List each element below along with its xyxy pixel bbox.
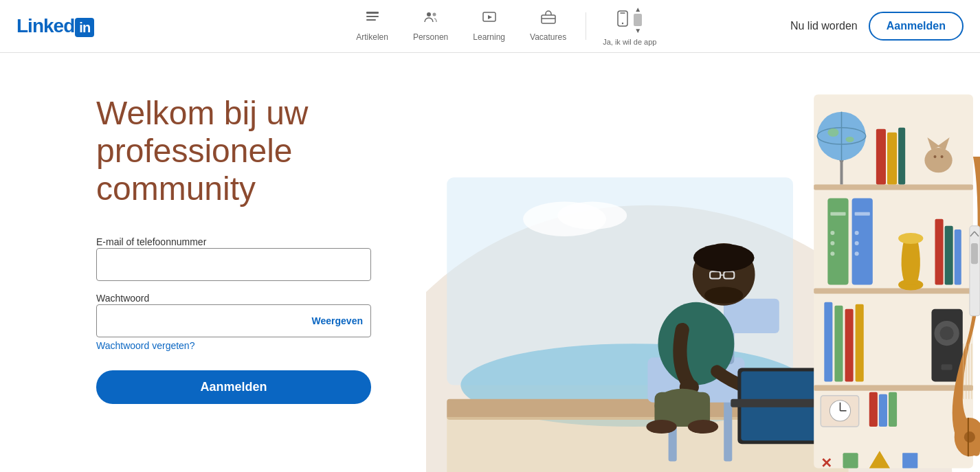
personen-icon <box>423 9 439 30</box>
header-signin-button[interactable]: Aanmelden <box>869 12 964 41</box>
svg-point-49 <box>827 128 838 137</box>
svg-rect-73 <box>955 229 961 285</box>
svg-rect-20 <box>724 399 732 462</box>
svg-rect-59 <box>827 199 848 285</box>
svg-rect-65 <box>855 212 870 216</box>
logo-text: Linkedin <box>16 15 94 38</box>
main-nav: Artikelen Personen Learning Vacatures <box>345 0 665 53</box>
svg-text:✕: ✕ <box>821 456 832 471</box>
app-promo[interactable]: ▲ ▼ Ja, ik wil de app <box>594 0 665 53</box>
svg-point-61 <box>830 231 834 235</box>
svg-point-54 <box>924 148 952 172</box>
logo[interactable]: Linkedin <box>16 15 94 38</box>
main-content: Welkom bij uw professionele community E-… <box>0 53 980 472</box>
header-right: Nu lid worden Aanmelden <box>790 12 964 41</box>
svg-rect-2 <box>366 19 376 21</box>
email-field-group: E-mail of telefoonnummer <box>96 236 371 292</box>
svg-point-67 <box>855 241 859 245</box>
scroll-down-arrow[interactable]: ▼ <box>634 27 641 34</box>
join-link[interactable]: Nu lid worden <box>790 20 858 32</box>
svg-rect-81 <box>942 364 953 370</box>
svg-rect-44 <box>840 160 843 184</box>
nav-item-personen[interactable]: Personen <box>402 0 459 53</box>
svg-point-4 <box>432 12 436 16</box>
header: Linkedin Artikelen Personen Learning <box>0 0 980 53</box>
svg-marker-6 <box>488 15 492 19</box>
learning-icon <box>481 9 498 30</box>
artikelen-icon <box>364 9 381 30</box>
svg-rect-90 <box>843 453 858 468</box>
nav-label-personen: Personen <box>413 32 448 42</box>
nav-label-vacatures: Vacatures <box>530 32 566 42</box>
svg-rect-52 <box>887 133 897 185</box>
svg-point-58 <box>941 155 944 158</box>
nav-divider <box>586 12 586 40</box>
svg-point-38 <box>646 420 676 434</box>
email-input-wrapper <box>96 248 371 281</box>
email-label: E-mail of telefoonnummer <box>96 236 206 247</box>
password-field-group: Wachtwoord Weergeven <box>96 292 371 337</box>
svg-point-50 <box>846 137 854 142</box>
svg-rect-7 <box>542 15 555 23</box>
svg-point-57 <box>933 155 936 158</box>
svg-point-66 <box>855 231 859 235</box>
svg-point-30 <box>693 244 755 271</box>
illustration-svg: ✕ <box>426 53 980 472</box>
page-headline: Welkom bij uw professionele community <box>96 94 371 208</box>
svg-rect-71 <box>935 219 944 285</box>
svg-rect-1 <box>366 16 379 17</box>
svg-rect-88 <box>889 392 897 427</box>
svg-point-29 <box>704 287 743 304</box>
svg-rect-74 <box>824 302 832 382</box>
svg-point-62 <box>830 241 834 245</box>
illustration-section: ✕ <box>426 53 980 472</box>
logo-in-box: in <box>75 18 94 37</box>
svg-rect-0 <box>366 12 379 14</box>
forgot-password-link[interactable]: Wachtwoord vergeten? <box>96 340 371 351</box>
svg-point-70 <box>898 233 923 244</box>
svg-rect-100 <box>970 226 980 316</box>
app-promo-label: Ja, ik wil de app <box>603 37 656 47</box>
svg-rect-87 <box>879 394 887 427</box>
signin-submit-button[interactable]: Aanmelden <box>96 370 371 404</box>
svg-rect-76 <box>845 309 854 382</box>
svg-rect-72 <box>945 226 953 285</box>
password-label: Wachtwoord <box>96 293 149 304</box>
svg-rect-51 <box>876 129 886 185</box>
email-input[interactable] <box>96 248 371 281</box>
svg-point-3 <box>427 12 431 16</box>
nav-label-learning: Learning <box>473 32 505 42</box>
svg-point-63 <box>830 251 834 256</box>
nav-item-vacatures[interactable]: Vacatures <box>519 0 577 53</box>
svg-rect-42 <box>814 289 973 294</box>
svg-rect-60 <box>830 212 845 216</box>
show-password-button[interactable]: Weergeven <box>312 315 363 326</box>
svg-point-80 <box>940 326 954 340</box>
svg-rect-53 <box>898 128 905 185</box>
svg-rect-77 <box>856 304 864 382</box>
svg-point-16 <box>557 202 627 229</box>
svg-rect-103 <box>971 243 978 264</box>
vacatures-icon <box>540 9 557 30</box>
svg-point-68 <box>855 251 859 256</box>
svg-point-10 <box>622 23 623 24</box>
nav-item-learning[interactable]: Learning <box>462 0 516 53</box>
nav-label-artikelen: Artikelen <box>356 32 388 42</box>
scroll-up-arrow[interactable]: ▲ <box>634 5 641 13</box>
phone-icon <box>616 10 630 29</box>
svg-rect-64 <box>852 199 873 285</box>
svg-rect-92 <box>902 453 917 468</box>
svg-point-39 <box>688 420 718 434</box>
form-section: Welkom bij uw professionele community E-… <box>0 53 426 472</box>
svg-rect-86 <box>869 392 878 427</box>
password-input-wrapper: Weergeven <box>96 304 371 337</box>
svg-rect-41 <box>814 184 973 190</box>
svg-rect-75 <box>834 306 843 382</box>
svg-rect-43 <box>814 385 973 391</box>
svg-point-94 <box>964 431 975 442</box>
nav-item-artikelen[interactable]: Artikelen <box>345 0 399 53</box>
